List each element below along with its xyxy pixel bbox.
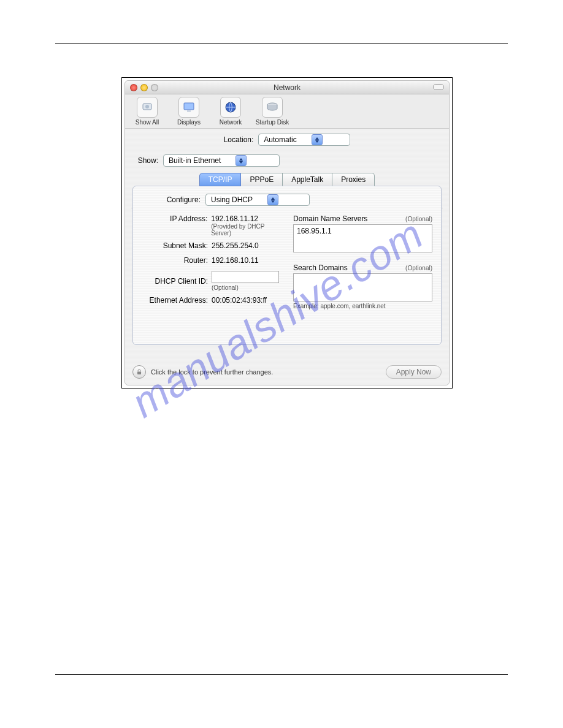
tab-appletalk[interactable]: AppleTalk: [283, 173, 332, 186]
show-row: Show: Built-in Ethernet: [131, 154, 449, 167]
dhcp-client-input[interactable]: [212, 271, 279, 283]
tcpip-panel: Configure: Using DHCP IP Address: 192.16…: [132, 186, 442, 345]
ethernet-value: 00:05:02:43:93:ff: [212, 296, 267, 305]
dns-textarea[interactable]: 168.95.1.1: [293, 224, 432, 252]
toolbar-label: Network: [220, 119, 242, 126]
lock-button[interactable]: [132, 365, 146, 379]
page-rule-top: [55, 43, 508, 44]
dhcp-client-row: DHCP Client ID: (Optional): [142, 271, 286, 291]
toolbar-toggle-icon[interactable]: [433, 84, 444, 90]
ethernet-label: Ethernet Address:: [142, 296, 208, 305]
show-select[interactable]: Built-in Ethernet: [163, 154, 280, 167]
location-value: Automatic: [264, 135, 308, 144]
svg-rect-6: [137, 372, 141, 375]
tab-bar: TCP/IP PPPoE AppleTalk Proxies: [125, 173, 449, 186]
dns-optional: (Optional): [405, 216, 432, 222]
configure-row: Configure: Using DHCP: [142, 194, 432, 206]
show-value: Built-in Ethernet: [169, 156, 233, 165]
subnet-row: Subnet Mask: 255.255.254.0: [142, 241, 286, 250]
configure-value: Using DHCP: [211, 195, 265, 204]
dns-label-row: Domain Name Servers (Optional): [293, 214, 432, 223]
toolbar: Show All Displays Network Startup Disk: [125, 94, 449, 129]
ip-address-note: (Provided by DHCP Server): [211, 223, 286, 237]
toolbar-label: Startup Disk: [256, 119, 289, 126]
router-value: 192.168.10.11: [212, 256, 259, 265]
network-icon: [220, 97, 241, 118]
ip-address-row: IP Address: 192.168.11.12 (Provided by D…: [142, 214, 286, 237]
router-row: Router: 192.168.10.11: [142, 256, 286, 265]
lock-row: Click the lock to prevent further change…: [132, 365, 273, 379]
chevron-updown-icon: [312, 134, 323, 145]
window-body: Location: Automatic Show: Built-in Ether…: [125, 129, 449, 385]
dhcp-client-label: DHCP Client ID:: [142, 277, 208, 286]
dns-label: Domain Name Servers: [293, 214, 367, 223]
configure-label: Configure:: [142, 195, 201, 204]
search-domains-textarea[interactable]: [293, 273, 432, 301]
search-domains-optional: (Optional): [405, 265, 432, 271]
apply-now-button[interactable]: Apply Now: [386, 365, 442, 379]
toolbar-label: Displays: [177, 119, 201, 126]
search-label-row: Search Domains (Optional): [293, 264, 432, 272]
svg-point-1: [145, 105, 149, 108]
location-select[interactable]: Automatic: [258, 134, 350, 146]
svg-rect-3: [187, 110, 191, 112]
ip-address-value: 192.168.11.12: [211, 214, 286, 223]
window-title: Network: [125, 83, 449, 92]
screenshot-frame: Network Show All Displays Network: [121, 77, 453, 389]
chevron-updown-icon: [236, 155, 247, 166]
lock-text: Click the lock to prevent further change…: [151, 368, 273, 376]
show-all-icon: [137, 97, 158, 118]
toolbar-label: Show All: [136, 119, 159, 126]
page-rule-bottom: [55, 674, 508, 675]
ethernet-row: Ethernet Address: 00:05:02:43:93:ff: [142, 296, 286, 305]
startup-disk-icon: [262, 97, 283, 118]
toolbar-show-all[interactable]: Show All: [130, 97, 164, 126]
dhcp-client-note: (Optional): [212, 284, 279, 291]
toolbar-displays[interactable]: Displays: [172, 97, 206, 126]
subnet-value: 255.255.254.0: [212, 241, 259, 250]
configure-select[interactable]: Using DHCP: [205, 194, 310, 206]
location-row: Location: Automatic: [125, 134, 449, 146]
location-label: Location:: [224, 135, 254, 144]
search-domains-example: Example: apple.com, earthlink.net: [293, 303, 432, 309]
panel-left-column: IP Address: 192.168.11.12 (Provided by D…: [142, 214, 286, 309]
chevron-updown-icon: [267, 194, 278, 205]
window-footer: Click the lock to prevent further change…: [132, 365, 442, 379]
ip-address-label: IP Address:: [142, 214, 207, 223]
show-label: Show:: [131, 156, 158, 165]
router-label: Router:: [142, 256, 208, 265]
subnet-label: Subnet Mask:: [142, 241, 208, 250]
panel-right-column: Domain Name Servers (Optional) 168.95.1.…: [293, 214, 432, 309]
tab-tcpip[interactable]: TCP/IP: [199, 173, 242, 186]
lock-icon: [136, 368, 143, 376]
search-domains-label: Search Domains: [293, 264, 348, 272]
displays-icon: [178, 97, 199, 118]
panel-columns: IP Address: 192.168.11.12 (Provided by D…: [142, 214, 432, 309]
tab-proxies[interactable]: Proxies: [332, 173, 375, 186]
network-prefs-window: Network Show All Displays Network: [124, 80, 450, 385]
tab-pppoe[interactable]: PPPoE: [241, 173, 283, 186]
toolbar-network[interactable]: Network: [213, 97, 248, 126]
svg-rect-2: [184, 103, 194, 110]
titlebar: Network: [125, 81, 449, 94]
toolbar-startup-disk[interactable]: Startup Disk: [255, 97, 289, 126]
